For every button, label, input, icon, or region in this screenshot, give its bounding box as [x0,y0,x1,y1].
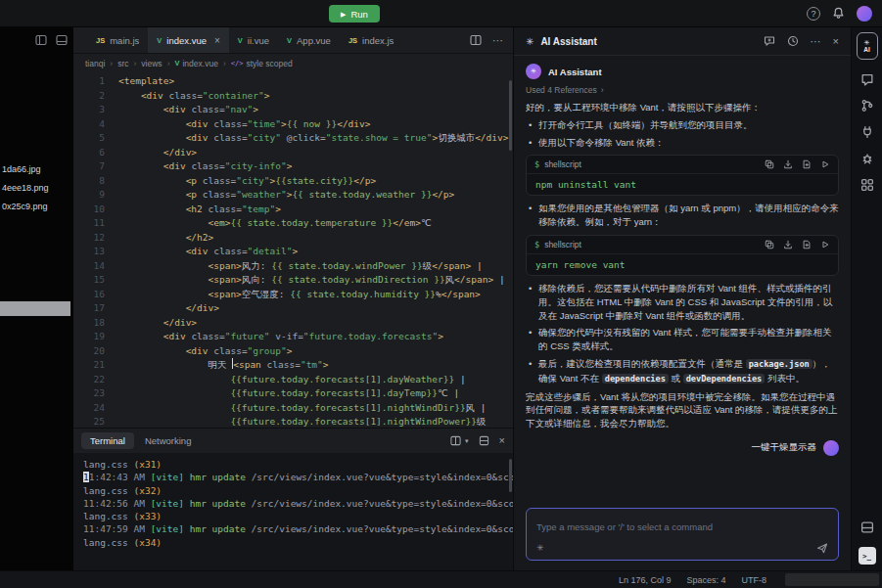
code-line[interactable]: <span>风力: {{ state.today.windPower }}级</… [118,259,513,274]
indent-status[interactable]: Spaces: 4 [686,575,725,585]
chat-history-icon[interactable] [787,35,799,47]
close-ai-panel-icon[interactable]: × [833,36,839,47]
notifications-bell-icon[interactable] [832,7,845,20]
code-line[interactable]: <span>空气湿度: {{ state.today.humidity }}%<… [118,288,513,302]
code-line[interactable]: <div class="detail"> [118,245,513,259]
terminal-output[interactable]: lang.css (x31)11:42:43 AM [vite] hmr upd… [73,453,513,570]
toggle-bottom-panel-icon[interactable] [56,34,68,46]
code-block-command[interactable]: npm uninstall vant [527,174,838,195]
toggle-left-panel-icon[interactable] [35,34,47,46]
help-icon[interactable]: ? [807,7,820,21]
code-line[interactable]: <div class="city" @click="state.show = t… [118,131,513,146]
run-button[interactable]: ▶ Run [329,5,380,23]
breadcrumb-item[interactable]: Vindex.vue [174,59,217,68]
cursor-position-status[interactable]: Ln 176, Col 9 [619,575,672,585]
code-line[interactable]: <div class="time">{{ now }}</div> [118,117,513,132]
send-message-icon[interactable] [816,542,828,554]
terminal-scrollbar[interactable] [509,459,512,492]
code-line[interactable]: </div> [118,316,513,331]
editor-tab-index.js[interactable]: JSindex.js [340,27,402,53]
chat-input[interactable] [536,521,828,532]
editor-tab-ii.vue[interactable]: Vii.vue [229,27,278,53]
code-line[interactable]: <div class="nav"> [118,103,513,117]
user-message-avatar [823,440,839,456]
ai-assistant-tool-icon[interactable]: ✳ AI [857,32,878,60]
code-line[interactable]: <div class="future" v-if="future.today.f… [118,330,513,344]
insert-to-editor-icon[interactable] [783,240,793,249]
code-block: $shellscriptyarn remove vant [526,235,839,276]
prompt-library-icon[interactable]: ✳ [536,543,544,553]
bug-tool-icon[interactable] [860,152,874,165]
terminal-tab-terminal[interactable]: Terminal [81,432,134,449]
editor-tab-list: JSmain.jsVindex.vue×Vii.vueVApp.vueJSind… [87,27,402,53]
code-line[interactable]: {{future.today.forecasts[1].nightWindPow… [118,415,513,428]
maximize-panel-icon[interactable] [479,435,489,446]
shell-prompt-icon: $ [534,240,539,249]
terminal-dropdown-icon[interactable]: ▾ [465,437,469,445]
breadcrumb-item[interactable]: </>style scoped [231,59,293,68]
editor-scrollbar[interactable] [509,80,512,151]
user-avatar[interactable] [857,6,872,22]
new-file-icon[interactable] [802,159,812,169]
chat-tool-icon[interactable] [860,72,874,86]
code-line[interactable]: 明天 <span class="tm"> [118,358,513,373]
split-editor-icon[interactable] [470,34,482,46]
code-line[interactable]: <div class="group"> [118,344,513,359]
user-message-text: 一键干燥显示器 [752,441,817,454]
editor-tab-App.vue[interactable]: VApp.vue [278,27,340,53]
new-chat-icon[interactable] [764,35,775,47]
more-tools-grid-icon[interactable] [860,178,874,192]
tab-label: ii.vue [248,35,269,46]
code-line[interactable]: <div class="container"> [118,89,513,104]
code-line[interactable]: </h2> [118,231,513,246]
encoding-status[interactable]: UTF-8 [742,575,767,585]
code-line[interactable]: </div> [118,301,513,316]
run-snippet-icon[interactable] [820,240,830,249]
vue-file-icon: V [174,59,179,68]
code-line[interactable]: <h2 class="temp"> [118,203,513,217]
ai-chat-area[interactable]: ✳ AI Assistant Used 4 References › 好的，要从… [514,56,851,500]
editor-tab-main.js[interactable]: JSmain.js [87,27,148,53]
code-line[interactable]: {{future.today.forecasts[1].dayWeather}}… [118,373,513,387]
git-tool-icon[interactable] [860,99,874,113]
ai-more-options-icon[interactable]: ⋯ [811,36,821,47]
code-line[interactable]: <em>{{ state.today.temperature }}</em>℃ [118,216,513,231]
breadcrumb-separator: › [167,59,170,68]
breadcrumb-item[interactable]: src [117,59,128,68]
layout-tool-icon[interactable] [860,520,874,534]
terminal-tab-networking[interactable]: Networking [136,432,201,449]
code-line[interactable]: <p class="city">{{state.city}}</p> [118,174,513,189]
editor-code[interactable]: <template> <div class="container"> <div … [116,72,513,428]
code-line[interactable]: {{future.today.forecasts[1].nightWindDir… [118,401,513,416]
code-line[interactable]: <template> [118,74,513,89]
code-line[interactable]: <div class="city-info"> [118,159,513,174]
code-line[interactable]: <p class="weather">{{ state.today.weathe… [118,188,513,203]
copy-icon[interactable] [765,159,774,169]
code-block-language: shellscript [544,159,581,169]
code-editor[interactable]: 1234567891011121314151617181920212223242… [73,72,513,428]
references-toggle[interactable]: Used 4 References › [526,85,839,95]
code-line[interactable]: <span>风向: {{ state.today.windDirection }… [118,273,513,288]
breadcrumb-separator: › [110,59,113,68]
more-actions-icon[interactable]: ⋯ [492,35,503,46]
main-area: 1da66.jpg4eee18.png0x25c9.png JSmain.jsV… [0,27,882,570]
terminal-tool-icon[interactable]: >_ [859,547,876,565]
editor-tab-index.vue[interactable]: Vindex.vue× [148,27,229,53]
copy-icon[interactable] [765,240,774,249]
breadcrumb-item[interactable]: tianqi [85,59,105,68]
code-line[interactable]: </div> [118,146,513,160]
split-terminal-icon[interactable] [450,435,461,446]
close-panel-icon[interactable]: × [499,435,505,446]
user-message-row: 一键干燥显示器 [526,440,839,456]
terminal-line: lang.css (x31) [83,458,503,471]
run-snippet-icon[interactable] [820,159,830,169]
breadcrumb-item[interactable]: views [141,59,162,68]
insert-to-editor-icon[interactable] [783,159,793,169]
plugin-tool-icon[interactable] [860,125,874,139]
ai-input-box[interactable]: ✳ [526,508,839,561]
code-block-command[interactable]: yarn remove vant [527,254,838,275]
tab-close-icon[interactable]: × [214,35,220,46]
code-line[interactable]: {{future.today.forecasts[1].dayTemp}}℃ | [118,386,513,401]
new-file-icon[interactable] [802,240,812,249]
tab-label: main.js [110,35,139,46]
